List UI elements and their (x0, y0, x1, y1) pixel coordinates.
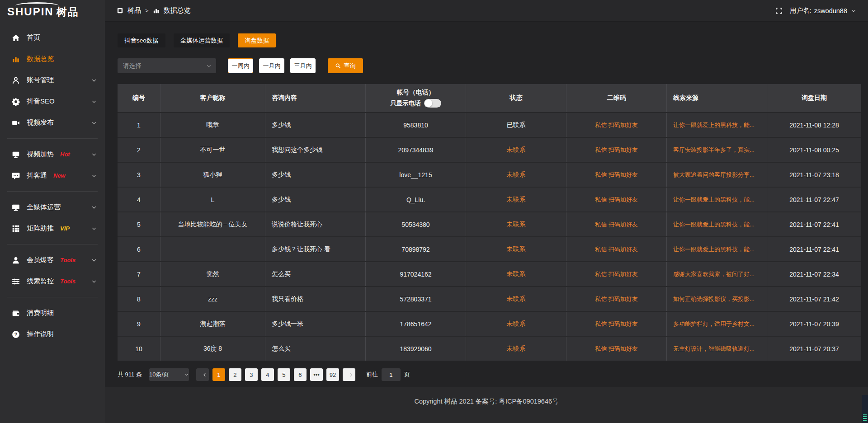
cell-content: 多少钱？让我死心 看 (265, 237, 366, 261)
cell-qrcode-links[interactable]: 私信 扫码加好友 (566, 113, 667, 137)
period-week[interactable]: 一周内 (228, 58, 253, 73)
cell-lead-source[interactable]: 如何正确选择投影仪，买投影... (667, 287, 767, 311)
cell-lead-source[interactable]: 让你一眼就爱上的黑科技，能... (667, 113, 767, 137)
brand-square-icon (117, 7, 123, 14)
cell-lead-source[interactable]: 客厅安装投影半年多了，真实... (667, 138, 767, 162)
page-button-1[interactable]: 1 (212, 368, 225, 381)
goto-page-input[interactable] (382, 368, 401, 381)
app-root: SHUPIN 树品 首页数据总览账号管理抖音SEO视频发布视频加热Hot抖客通N… (0, 0, 868, 423)
fullscreen-icon[interactable] (775, 7, 783, 14)
sidebar-item-consumption-detail[interactable]: 消费明细 (0, 302, 105, 324)
period-month[interactable]: 一月内 (259, 58, 284, 73)
chevron-down-icon (206, 63, 212, 69)
filter-select-placeholder: 请选择 (123, 62, 142, 70)
sidebar-item-data-overview[interactable]: 数据总览 (0, 48, 105, 70)
cell-qrcode-links[interactable]: 私信 扫码加好友 (566, 163, 667, 187)
logo-text-cn: 树品 (57, 5, 79, 19)
page-button-5[interactable]: 5 (278, 368, 290, 381)
cell-status: 已联系 (466, 113, 566, 137)
sidebar-item-label: 操作说明 (27, 330, 54, 338)
sidebar-item-member-baoke[interactable]: 会员爆客Tools (0, 249, 105, 271)
breadcrumb-root[interactable]: 树品 (127, 6, 141, 15)
tab-inquiry-data[interactable]: 询盘数据 (238, 33, 276, 47)
cell-id: 10 (118, 337, 160, 361)
sidebar-divider (7, 297, 98, 297)
prev-page-button[interactable] (196, 368, 209, 381)
user-icon (12, 76, 20, 85)
cell-id: 8 (118, 287, 160, 311)
query-button[interactable]: 查询 (328, 58, 363, 73)
cell-lead-source[interactable]: 让你一眼就爱上的黑科技，能... (667, 237, 767, 261)
cell-lead-source[interactable]: 让你一眼就爱上的黑科技，能... (667, 188, 767, 212)
cell-inquiry-date: 2021-11-07 23:18 (767, 163, 861, 187)
cell-lead-source[interactable]: 无主灯设计，智能磁吸轨道灯... (667, 337, 767, 361)
sidebar-item-home[interactable]: 首页 (0, 27, 105, 48)
cell-qrcode-links[interactable]: 私信 扫码加好友 (566, 212, 667, 236)
more-pages-button[interactable]: ••• (310, 368, 323, 381)
cell-inquiry-date: 2021-11-07 21:42 (767, 287, 861, 311)
next-page-button[interactable] (343, 368, 355, 381)
cell-qrcode-links[interactable]: 私信 扫码加好友 (566, 262, 667, 286)
query-button-label: 查询 (344, 62, 356, 70)
page-button-4[interactable]: 4 (261, 368, 274, 381)
page-size-select[interactable]: 10条/页 (149, 368, 189, 381)
cell-id: 4 (118, 188, 160, 212)
cell-qrcode-links[interactable]: 私信 扫码加好友 (566, 138, 667, 162)
goto-unit: 页 (404, 371, 410, 379)
sidebar-item-video-publish[interactable]: 视频发布 (0, 112, 105, 133)
username: zswodun88 (814, 7, 847, 14)
sidebar-item-video-heat[interactable]: 视频加热Hot (0, 144, 105, 165)
cell-qrcode-links[interactable]: 私信 扫码加好友 (566, 237, 667, 261)
inquiry-table: 编号客户昵称咨询内容帐号（电话）只显示电话状态二维码线索来源询盘日期 1哦章多少… (118, 84, 861, 361)
sidebar-item-media-operation[interactable]: 全媒体运营 (0, 197, 105, 218)
page-button-3[interactable]: 3 (245, 368, 258, 381)
cell-status: 未联系 (466, 337, 566, 361)
cell-qrcode-links[interactable]: 私信 扫码加好友 (566, 312, 667, 336)
cell-lead-source[interactable]: 被大家追着问的客厅投影分享... (667, 163, 767, 187)
chevron-down-icon (91, 258, 97, 263)
sidebar-item-label: 抖客通 (27, 171, 47, 180)
sidebar-divider (7, 244, 98, 244)
sidebar-item-matrix-boost[interactable]: 矩阵助推VIP (0, 218, 105, 239)
column-header: 询盘日期 (767, 84, 861, 112)
table-row: 1036度 8怎么买183929060未联系私信 扫码加好友无主灯设计，智能磁吸… (118, 336, 861, 361)
table-row: 9潮起潮落多少钱一米178651642未联系私信 扫码加好友多功能护栏灯，适用于… (118, 311, 861, 336)
sidebar: SHUPIN 树品 首页数据总览账号管理抖音SEO视频发布视频加热Hot抖客通N… (0, 0, 105, 423)
column-header: 客户昵称 (160, 84, 265, 112)
tab-douyin-seo-data[interactable]: 抖音seo数据 (118, 33, 165, 47)
period-quarter[interactable]: 三月内 (290, 58, 316, 73)
sidebar-item-label: 线索监控 (27, 277, 54, 286)
pagination-total: 共 911 条 (118, 371, 142, 379)
cell-qrcode-links[interactable]: 私信 扫码加好友 (566, 337, 667, 361)
grid-icon (12, 225, 20, 233)
sidebar-item-lead-monitor[interactable]: 线索监控Tools (0, 271, 105, 292)
page-button-6[interactable]: 6 (294, 368, 307, 381)
cell-lead-source[interactable]: 多功能护栏灯，适用于乡村文... (667, 312, 767, 336)
user-menu[interactable]: 用户名: zswodun88 (790, 6, 856, 15)
sidebar-item-label: 全媒体运营 (27, 203, 61, 212)
cell-qrcode-links[interactable]: 私信 扫码加好友 (566, 188, 667, 212)
tab-media-operation-data[interactable]: 全媒体运营数据 (174, 33, 230, 47)
chevron-down-icon (91, 173, 97, 179)
cell-status: 未联系 (466, 237, 566, 261)
cell-lead-source[interactable]: 感谢大家喜欢我家，被问了好... (667, 262, 767, 286)
page-button-92[interactable]: 92 (326, 368, 339, 381)
gear-icon (12, 98, 20, 106)
cell-qrcode-links[interactable]: 私信 扫码加好友 (566, 287, 667, 311)
chevron-left-icon (202, 372, 207, 377)
sidebar-item-account-management[interactable]: 账号管理 (0, 70, 105, 91)
phone-only-toggle[interactable] (424, 99, 441, 108)
cell-content: 怎么买 (265, 337, 366, 361)
chevron-right-icon (349, 372, 354, 377)
chevron-down-icon (91, 152, 97, 157)
topbar: 树品 > 数据总览 用户名: zswodun88 (105, 0, 868, 22)
svg-text:?: ? (14, 331, 18, 337)
sidebar-item-badge: New (53, 172, 66, 179)
cell-lead-source[interactable]: 让你一眼就爱上的黑科技，能... (667, 212, 767, 236)
filter-select[interactable]: 请选择 (118, 58, 216, 73)
sidebar-item-douyin-seo[interactable]: 抖音SEO (0, 91, 105, 112)
sidebar-item-instructions[interactable]: ?操作说明 (0, 324, 105, 345)
page-button-2[interactable]: 2 (229, 368, 241, 381)
cell-content: 多少钱一米 (265, 312, 366, 336)
sidebar-item-douketong[interactable]: 抖客通New (0, 165, 105, 186)
